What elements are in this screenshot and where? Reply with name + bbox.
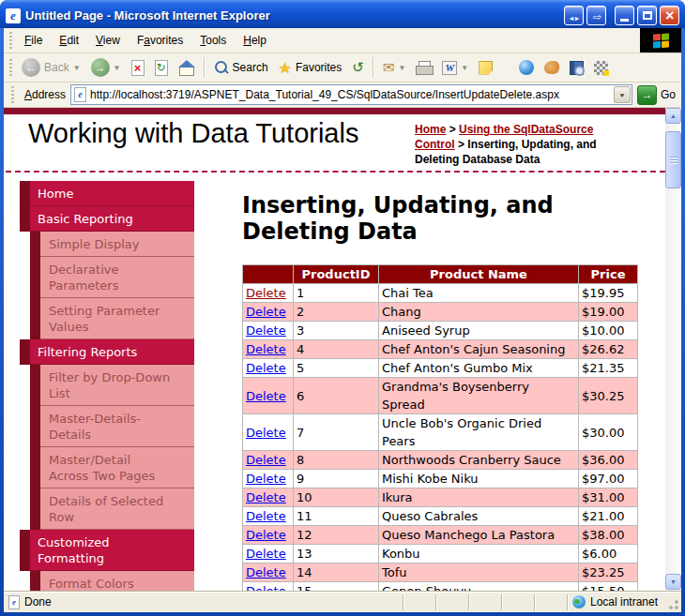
delete-link[interactable]: Delete — [246, 509, 286, 523]
research-button[interactable] — [540, 59, 564, 76]
delete-link[interactable]: Delete — [246, 342, 286, 356]
cell-product-id: 11 — [294, 507, 379, 526]
sidebar: HomeBasic ReportingSimple DisplayDeclara… — [20, 181, 194, 591]
sidebar-item-filter-by-drop-down-list[interactable]: Filter by Drop-Down List — [20, 365, 194, 406]
go-button[interactable]: Go — [637, 85, 677, 105]
resize-grip[interactable] — [668, 599, 679, 610]
breadcrumb-item[interactable]: Home — [415, 123, 446, 136]
messenger-button[interactable] — [514, 58, 539, 77]
menu-item-edit[interactable]: Edit — [51, 29, 87, 52]
forward-dropdown-caret[interactable]: ▼ — [114, 64, 121, 72]
products-table: ProductIDProduct NamePriceDelete1Chai Te… — [242, 264, 638, 591]
cell-price: $21.35 — [579, 359, 638, 378]
search-button[interactable]: Search — [209, 58, 273, 77]
menu-item-tools[interactable]: Tools — [191, 29, 235, 52]
minimize-button[interactable] — [615, 6, 634, 25]
mail-button[interactable]: ▼ — [378, 57, 411, 78]
sidebar-item-home[interactable]: Home — [20, 181, 194, 206]
product-row: Delete2Chang$19.00 — [243, 303, 638, 322]
delete-link[interactable]: Delete — [246, 361, 286, 375]
history-button[interactable] — [347, 57, 369, 78]
scrollbar-thumb[interactable] — [665, 131, 681, 188]
sidebar-item-simple-display[interactable]: Simple Display — [20, 232, 194, 257]
cell-product-name: Mishi Kobe Niku — [379, 470, 579, 488]
addressbar-grip[interactable] — [11, 86, 14, 103]
detach-window-button[interactable] — [586, 6, 606, 25]
forward-button[interactable]: ▼ — [86, 56, 126, 79]
home-button[interactable] — [174, 58, 200, 77]
scroll-down-button[interactable] — [665, 574, 681, 590]
toolbar-grip[interactable] — [9, 59, 12, 76]
delete-link[interactable]: Delete — [246, 472, 286, 486]
cell-price: $6.00 — [579, 545, 638, 563]
sidebar-item-declarative-parameters[interactable]: Declarative Parameters — [20, 257, 194, 298]
scroll-up-button[interactable] — [665, 108, 681, 124]
ie-page-icon — [6, 8, 21, 23]
sidebar-item-filtering-reports[interactable]: Filtering Reports — [20, 339, 194, 365]
cell-product-id: 13 — [294, 545, 379, 563]
indent-block — [30, 298, 40, 339]
resize-horizontal-button[interactable] — [564, 6, 584, 25]
address-url[interactable]: http://localhost:3719/ASPNET_Data_Tutori… — [90, 88, 610, 101]
edit-dropdown-caret[interactable]: ▼ — [461, 64, 468, 72]
sidebar-item-label: Filtering Reports — [30, 339, 194, 365]
delete-link[interactable]: Delete — [246, 528, 286, 542]
menu-item-file[interactable]: File — [16, 29, 51, 52]
dev-tool-button[interactable] — [589, 59, 613, 77]
delete-link[interactable]: Delete — [246, 323, 286, 338]
sidebar-item-details-of-selected-row[interactable]: Details of Selected Row — [20, 488, 194, 530]
print-button[interactable] — [411, 59, 436, 76]
cell-product-id: 4 — [294, 340, 379, 359]
sidebar-item-master-details-details[interactable]: Master-Details-Details — [20, 406, 194, 447]
sidebar-item-setting-parameter-values[interactable]: Setting Parameter Values — [20, 298, 194, 339]
close-button[interactable] — [660, 6, 679, 25]
back-dropdown-caret[interactable]: ▼ — [73, 64, 81, 72]
product-row: Delete7Uncle Bob's Organic Dried Pears$3… — [243, 414, 638, 451]
address-input[interactable]: http://localhost:3719/ASPNET_Data_Tutori… — [70, 84, 632, 105]
search-label: Search — [233, 61, 268, 74]
menu-item-favorites[interactable]: Favorites — [129, 29, 191, 52]
titlebar[interactable]: Untitled Page - Microsoft Internet Explo… — [0, 0, 685, 28]
breadcrumb-separator: > — [446, 123, 459, 136]
delete-link[interactable]: Delete — [246, 490, 286, 504]
sidebar-item-label: Master/Detail Across Two Pages — [40, 447, 194, 488]
cell-delete: Delete — [243, 359, 294, 378]
edit-with-word-button[interactable]: ▼ — [437, 59, 473, 77]
sidebar-item-basic-reporting[interactable]: Basic Reporting — [20, 206, 194, 232]
delete-link[interactable]: Delete — [246, 426, 286, 440]
cell-price: $97.00 — [579, 470, 638, 488]
cell-price: $26.62 — [579, 340, 638, 359]
refresh-icon — [155, 60, 168, 76]
favorites-button[interactable]: Favorites — [274, 57, 347, 79]
delete-link[interactable]: Delete — [246, 286, 286, 300]
delete-link[interactable]: Delete — [246, 453, 286, 467]
mail-dropdown-caret[interactable]: ▼ — [398, 64, 405, 72]
sidebar-item-customized-formatting[interactable]: Customized Formatting — [20, 530, 194, 571]
sidebar-item-master-detail-across-two-pages[interactable]: Master/Detail Across Two Pages — [20, 447, 194, 488]
delete-link[interactable]: Delete — [246, 547, 286, 561]
delete-link[interactable]: Delete — [246, 389, 286, 403]
stop-button[interactable] — [127, 58, 149, 78]
top-accent-strip — [4, 108, 665, 114]
delete-link[interactable]: Delete — [246, 584, 286, 591]
address-dropdown-button[interactable] — [614, 86, 631, 103]
menubar-grip[interactable] — [9, 32, 12, 49]
reference-button[interactable] — [565, 59, 588, 77]
delete-link[interactable]: Delete — [246, 565, 286, 579]
cell-product-name: Chef Anton's Cajun Seasoning — [379, 340, 579, 359]
menu-item-view[interactable]: View — [87, 29, 129, 52]
site-title: Working with Data Tutorials — [28, 118, 358, 149]
vertical-scrollbar[interactable] — [665, 108, 681, 591]
cell-price: $30.00 — [579, 414, 638, 451]
delete-link[interactable]: Delete — [246, 305, 286, 319]
refresh-button[interactable] — [150, 58, 173, 78]
back-button[interactable]: Back ▼ — [17, 56, 85, 79]
sidebar-item-format-colors[interactable]: Format Colors — [20, 571, 194, 591]
discuss-button[interactable] — [474, 59, 497, 77]
sidebar-item-label: Declarative Parameters — [40, 257, 194, 298]
product-row: Delete14Tofu$23.25 — [243, 563, 638, 582]
menu-item-help[interactable]: Help — [235, 29, 275, 52]
indent-block — [30, 406, 40, 447]
product-row: Delete6Grandma's Boysenberry Spread$30.2… — [243, 378, 638, 414]
maximize-button[interactable] — [637, 6, 657, 25]
